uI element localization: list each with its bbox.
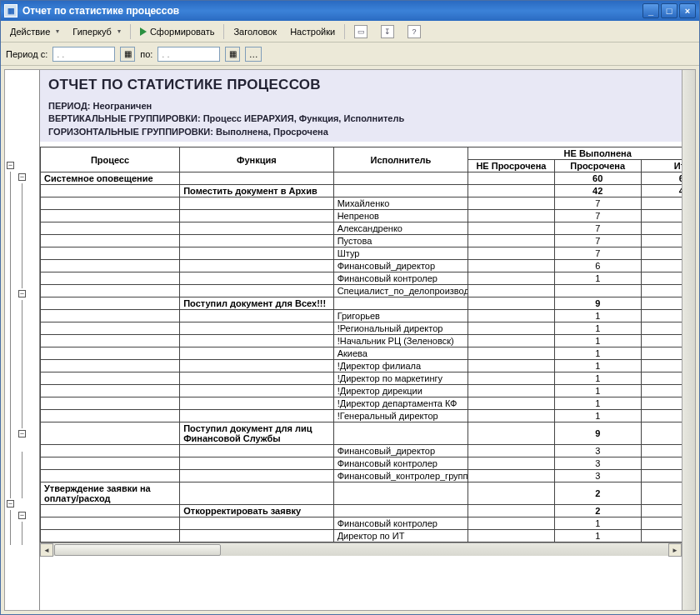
cell <box>180 482 333 505</box>
cell <box>468 298 555 310</box>
arrow-icon: ↧ <box>381 25 394 38</box>
period-select-button[interactable]: … <box>245 47 262 62</box>
scroll-thumb[interactable] <box>54 544 221 556</box>
collapse-icon[interactable]: − <box>7 162 14 169</box>
settings-button[interactable]: Настройки <box>284 24 341 39</box>
app-icon: ▦ <box>4 4 18 18</box>
cell: 1 <box>641 530 682 542</box>
cell: 1 <box>554 385 641 398</box>
cell: 9 <box>641 422 682 445</box>
cell: 1 <box>554 322 641 335</box>
cell: 2 <box>641 482 682 505</box>
cell <box>468 398 555 410</box>
cell: 2 <box>641 505 682 518</box>
calendar-from-button[interactable]: ▦ <box>120 47 135 62</box>
table-row: Директор по ИТ11 <box>41 530 682 542</box>
cell <box>468 235 555 248</box>
cell <box>468 335 555 348</box>
tree-node <box>5 522 39 533</box>
scroll-right-button[interactable]: ► <box>668 543 682 557</box>
collapse-icon[interactable]: − <box>18 173 26 181</box>
help-button[interactable]: ? <box>402 22 427 41</box>
cell <box>180 198 333 210</box>
period-to-input[interactable] <box>158 47 220 62</box>
cell: Финансовый контролер <box>333 458 468 470</box>
cell: 1 <box>554 272 641 285</box>
tree-node <box>5 323 39 347</box>
table-row: Михайленко77 <box>41 198 682 210</box>
cell <box>468 260 555 272</box>
cell <box>333 298 468 310</box>
cell <box>468 272 555 285</box>
cell: Финансовый_директор <box>333 445 468 458</box>
cell <box>180 470 333 482</box>
action-menu[interactable]: Действие <box>4 24 65 39</box>
scroll-left-button[interactable]: ◄ <box>40 543 53 557</box>
table-row: Финансовый контролер11 <box>41 518 682 530</box>
cell: !Директор по маркетингу <box>333 372 468 385</box>
maximize-button[interactable]: □ <box>661 3 678 18</box>
cell: 7 <box>641 248 682 260</box>
tree-node <box>5 382 39 393</box>
hypercube-menu[interactable]: Гиперкуб <box>67 24 127 39</box>
collapse-icon[interactable]: − <box>18 290 26 298</box>
period-from-label: Период с: <box>6 49 48 59</box>
cell <box>180 272 333 285</box>
cell: !Директор дирекции <box>333 385 468 398</box>
cell: 1 <box>641 310 682 322</box>
cell: 1 <box>641 410 682 422</box>
tree-node: − <box>5 498 39 510</box>
cell <box>468 222 555 235</box>
cell <box>554 285 641 298</box>
cell: 1 <box>554 310 641 322</box>
h-scrollbar[interactable]: ◄ ► <box>40 542 682 556</box>
period-from-input[interactable] <box>52 47 115 62</box>
cell <box>41 372 180 385</box>
tree-node: − <box>5 510 39 522</box>
cell <box>180 210 333 222</box>
table-row: Поступил документ для лиц Финансовой Слу… <box>41 422 682 445</box>
cell <box>641 285 682 298</box>
cell <box>41 470 180 482</box>
collapse-icon[interactable]: − <box>18 512 26 519</box>
cell <box>468 530 555 542</box>
cell <box>468 410 555 422</box>
cell: Финансовый_контролер_группы <box>333 470 468 482</box>
calendar-to-button[interactable]: ▦ <box>225 47 240 62</box>
cell <box>468 248 555 260</box>
generate-button[interactable]: Сформировать <box>134 24 221 39</box>
v-scrollbar[interactable] <box>682 70 695 610</box>
tool-icon-1[interactable]: ▭ <box>348 22 373 41</box>
cell <box>41 458 180 470</box>
tree-node <box>5 300 39 312</box>
table-row: Финансовый_директор66 <box>41 260 682 272</box>
table-row: Утверждение заявки на оплату/расход22 <box>41 482 682 505</box>
header-button[interactable]: Заголовок <box>228 24 282 39</box>
cell: Финансовый_директор <box>333 260 468 272</box>
cell: 1 <box>554 372 641 385</box>
cell <box>41 385 180 398</box>
tree-node: − <box>5 428 39 452</box>
cell <box>468 518 555 530</box>
table-row: Специалист_по_делопроизводству <box>41 285 682 298</box>
report-meta: ПЕРИОД: Неограничен ВЕРТИКАЛЬНЫЕ ГРУППИР… <box>48 100 673 138</box>
minimize-button[interactable]: _ <box>642 3 659 18</box>
cell <box>41 360 180 372</box>
tool-icon-2[interactable]: ↧ <box>375 22 400 41</box>
table-row: Штур77 <box>41 248 682 260</box>
cell: 1 <box>641 335 682 348</box>
cell: Акиева <box>333 348 468 360</box>
collapse-icon[interactable]: − <box>7 500 14 508</box>
cell: Финансовый контролер <box>333 518 468 530</box>
cell: Поступил документ для Всех!!! <box>180 298 333 310</box>
collapse-icon[interactable]: − <box>18 430 26 438</box>
cell: 3 <box>554 458 641 470</box>
cell <box>41 398 180 410</box>
cell: 42 <box>641 185 682 198</box>
cell: 1 <box>554 530 641 542</box>
cell: 1 <box>641 322 682 335</box>
cell: Александренко <box>333 222 468 235</box>
table-row: Пустова77 <box>41 235 682 248</box>
cell <box>180 530 333 542</box>
close-button[interactable]: × <box>679 3 696 18</box>
